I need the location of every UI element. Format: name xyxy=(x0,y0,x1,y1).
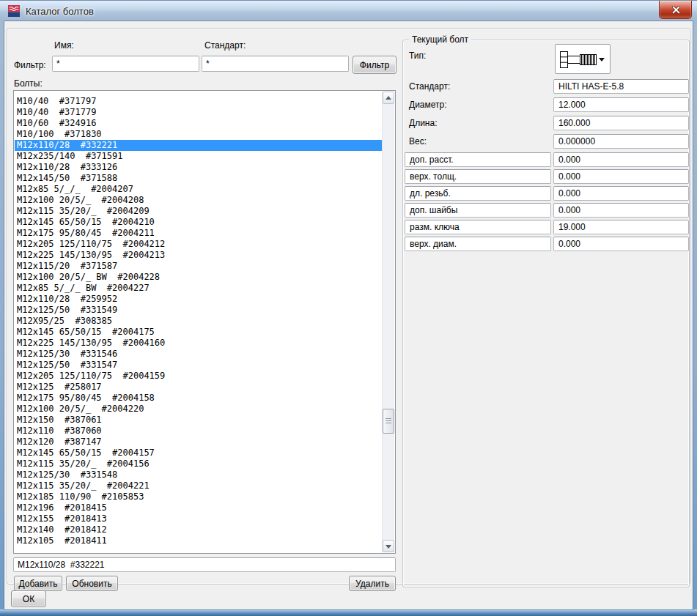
bolt-list-item[interactable]: M12x85 5/_/_ #2004207 xyxy=(15,184,382,195)
bolt-list-item[interactable]: M12x100 20/5/_ BW #2004228 xyxy=(15,272,382,283)
window-border-right xyxy=(693,21,697,609)
bolt-field-label: Диаметр: xyxy=(405,97,553,112)
delete-button[interactable]: Удалить xyxy=(349,576,396,591)
bolt-field-value[interactable]: 0.000 xyxy=(553,169,689,184)
bolt-field-row: Стандарт:HILTI HAS-E-5.8 xyxy=(405,79,689,94)
bolt-list-item[interactable]: M12x120 #387147 xyxy=(15,437,382,448)
bolt-list-item[interactable]: M12x115 35/20/_ #2004221 xyxy=(15,480,382,491)
bolt-list-item[interactable]: M12x235/140 #371591 xyxy=(15,151,382,162)
bolt-list-item[interactable]: M12x125/50 #331549 xyxy=(15,305,382,316)
bolt-list-item[interactable]: M12x140 #2018412 xyxy=(15,524,382,535)
bolt-list-item[interactable]: M12x115 35/20/_ #2004209 xyxy=(15,206,382,217)
bolt-list-item[interactable]: M12x145 65/50/15 #2004175 xyxy=(15,327,382,338)
arrow-down-icon xyxy=(386,545,391,549)
bolt-list-item[interactable]: M12x145 65/50/15 #2004210 xyxy=(15,217,382,228)
bolt-list-item[interactable]: M12x115/20 #371587 xyxy=(15,261,382,272)
bolt-edit-input[interactable] xyxy=(13,557,396,572)
bolt-list-item[interactable]: M12x150 #387061 xyxy=(15,415,382,426)
bolt-field-label: Стандарт: xyxy=(405,79,553,94)
bolt-list-item[interactable]: M10/40 #371779 xyxy=(15,107,382,118)
current-bolt-group-label: Текущий болт xyxy=(409,34,471,45)
bolt-field-row: Диаметр:12.000 xyxy=(405,97,689,112)
bolt-param-name-field[interactable]: доп. шайбы xyxy=(405,203,551,218)
bolt-list-item[interactable]: M12x100 20/5/_ #2004208 xyxy=(15,195,382,206)
bolt-list-item[interactable]: M12x100 20/5/_ #2004220 xyxy=(15,404,382,415)
close-icon xyxy=(672,6,680,14)
bolt-list-item[interactable]: M10/40 #371797 xyxy=(15,96,382,107)
bolt-list-item[interactable]: M12x205 125/110/75 #2004159 xyxy=(15,371,382,382)
window-border-bottom xyxy=(0,609,697,616)
ok-button[interactable]: ОК xyxy=(11,590,46,607)
bolt-list-item[interactable]: M12x155 #2018413 xyxy=(15,513,382,524)
bolt-list-item[interactable]: M12x125/30 #331546 xyxy=(15,349,382,360)
bolt-type-dropdown[interactable] xyxy=(555,44,611,74)
list-scrollbar[interactable] xyxy=(382,92,394,552)
bolt-list-item[interactable]: M12x85 5/_/_ BW #2004227 xyxy=(15,283,382,294)
bolt-list-item[interactable]: M12x110/28 #333126 xyxy=(15,162,382,173)
bolt-field-value[interactable]: 0.000 xyxy=(553,186,689,201)
bolt-field-row: дл. резьб.0.000 xyxy=(405,186,689,201)
bolt-field-value[interactable]: 0.000000 xyxy=(553,134,689,149)
close-button[interactable] xyxy=(659,1,692,19)
filter-button[interactable]: Фильтр xyxy=(353,56,397,74)
bolt-list-item[interactable]: M12x105 #2018411 xyxy=(15,535,382,546)
bolt-param-name-field[interactable]: разм. ключа xyxy=(405,220,551,234)
bolt-list-item[interactable]: M12x115 35/20/_ #2004156 xyxy=(15,459,382,470)
bolt-field-label: Длина: xyxy=(405,116,553,130)
bolt-list-item[interactable]: M12x145/50 #371588 xyxy=(15,173,382,184)
bolt-field-value[interactable]: 12.000 xyxy=(553,97,689,112)
bolt-list-item[interactable]: M12x225 145/130/95 #2004160 xyxy=(15,338,382,349)
bolt-list-item[interactable]: M12x110/28 #259952 xyxy=(15,294,382,305)
bolt-list-items: M10/40 #371797M10/40 #371779M10/60 #3249… xyxy=(15,92,382,552)
bolt-field-value[interactable]: 0.000 xyxy=(553,203,689,218)
scrollbar-thumb[interactable] xyxy=(383,409,394,434)
update-button[interactable]: Обновить xyxy=(66,576,118,591)
bolt-list-item[interactable]: M10/100 #371830 xyxy=(15,129,382,140)
standard-filter-input[interactable] xyxy=(202,56,349,72)
bolt-list-item[interactable]: M12x175 95/80/45 #2004211 xyxy=(15,228,382,239)
scrollbar-down-button[interactable] xyxy=(383,540,394,552)
app-icon xyxy=(8,5,20,17)
bolt-list-item[interactable]: M12X95/25 #308385 xyxy=(15,316,382,327)
name-filter-input[interactable] xyxy=(52,56,199,72)
arrow-up-icon xyxy=(386,96,391,100)
bolt-field-value[interactable]: 0.000 xyxy=(553,237,689,251)
bolt-field-row: верх. диам.0.000 xyxy=(405,237,689,251)
current-bolt-group: Текущий болт Тип: Стандарт:HILTI HAS-E-5… xyxy=(402,40,690,587)
add-button[interactable]: Добавить xyxy=(14,576,62,591)
bolt-field-row: доп. расст.0.000 xyxy=(405,152,689,167)
titlebar[interactable]: Каталог болтов xyxy=(0,0,697,21)
bolt-field-row: Длина:160.000 xyxy=(405,116,689,130)
bolt-list-item[interactable]: M10/60 #324916 xyxy=(15,118,382,129)
standard-column-label: Стандарт: xyxy=(204,40,246,51)
type-label: Тип: xyxy=(409,51,426,61)
bolt-list-item[interactable]: M12x125/50 #331547 xyxy=(15,360,382,371)
bolt-list-item[interactable]: M12x185 110/90 #2105853 xyxy=(15,491,382,502)
bolt-list-item[interactable]: M12x125/30 #331548 xyxy=(15,470,382,480)
bolt-param-name-field[interactable]: доп. расст. xyxy=(405,152,551,167)
current-bolt-fields: Стандарт:HILTI HAS-E-5.8Диаметр:12.000Дл… xyxy=(405,79,689,253)
scrollbar-up-button[interactable] xyxy=(383,92,394,104)
bolt-icon xyxy=(558,48,598,71)
bolt-param-name-field[interactable]: верх. диам. xyxy=(405,237,551,251)
bolt-param-name-field[interactable]: верх. толщ. xyxy=(405,169,551,184)
bolt-field-value[interactable]: 160.000 xyxy=(553,116,689,130)
bolt-list-item[interactable]: M12x196 #2018415 xyxy=(15,502,382,513)
bolt-list-item[interactable]: M12x110 #387060 xyxy=(15,426,382,437)
bolt-field-value[interactable]: 19.000 xyxy=(553,220,689,234)
bolt-list-item[interactable]: M12x225 145/130/95 #2004213 xyxy=(15,250,382,261)
window-title: Каталог болтов xyxy=(26,6,94,17)
bolt-field-value[interactable]: HILTI HAS-E-5.8 xyxy=(553,79,689,94)
bolt-list[interactable]: M10/40 #371797M10/40 #371779M10/60 #3249… xyxy=(13,90,396,554)
bolt-field-row: верх. толщ.0.000 xyxy=(405,169,689,184)
bolt-field-value[interactable]: 0.000 xyxy=(553,152,689,167)
bolt-list-item[interactable]: M12x205 125/110/75 #2004212 xyxy=(15,239,382,250)
bolt-list-item[interactable]: M12x125 #258017 xyxy=(15,382,382,393)
bolt-field-row: доп. шайбы0.000 xyxy=(405,203,689,218)
bolt-list-item[interactable]: M12x145 65/50/15 #2004157 xyxy=(15,448,382,459)
bolt-param-name-field[interactable]: дл. резьб. xyxy=(405,186,551,201)
bolts-list-label: Болты: xyxy=(14,78,43,89)
bolt-list-item[interactable]: M12x175 95/80/45 #2004158 xyxy=(15,393,382,404)
dialog-client-area: Имя: Стандарт: Фильтр: Фильтр Болты: M10… xyxy=(4,21,693,609)
bolt-list-item[interactable]: M12x110/28 #332221 xyxy=(15,140,382,151)
